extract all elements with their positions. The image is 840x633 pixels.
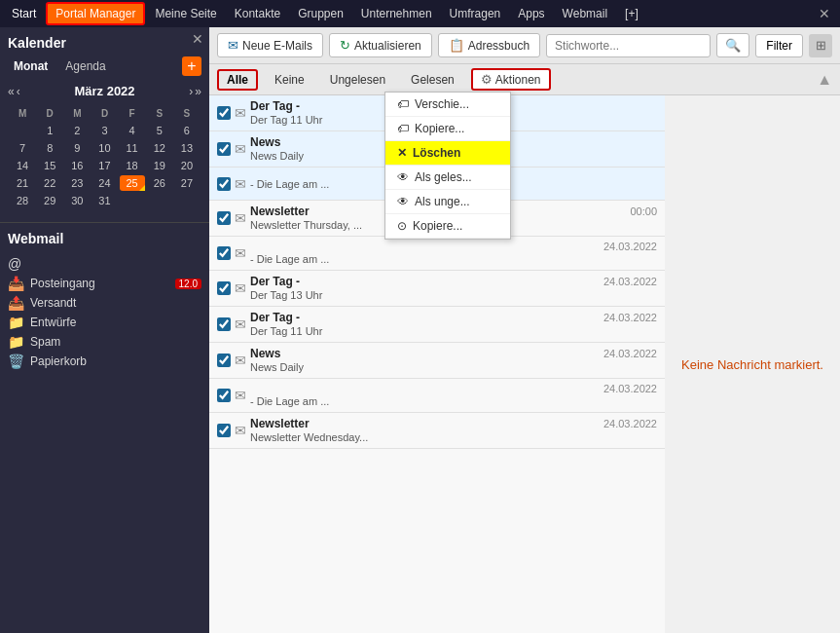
email-checkbox[interactable] [217,211,231,225]
email-subject: Newsletter Thursday, ... [250,219,362,231]
refresh-button[interactable]: ↻ Aktualisieren [329,33,432,57]
cal-day[interactable]: 13 [174,140,200,156]
dropdown-item[interactable]: 🏷 Kopiere... [385,117,510,141]
cal-day[interactable]: 31 [91,193,117,208]
email-checkbox[interactable] [217,281,231,295]
calendar-tabs: Monat Agenda + [8,56,201,76]
cal-day[interactable]: 10 [91,140,117,156]
cal-day[interactable]: 17 [91,158,117,173]
cal-day[interactable]: 28 [10,193,35,208]
cal-prev-prev[interactable]: «‹ [8,85,20,98]
webmail-item[interactable]: 📤 Versandt [8,293,201,313]
sidebar-close-icon[interactable]: ✕ [192,31,203,47]
nav-start[interactable]: Start [4,4,44,23]
cal-next-next[interactable]: ›» [189,85,201,98]
email-checkbox[interactable] [217,424,231,437]
no-message-label: Keine Nachricht markiert. [672,348,833,382]
cal-day[interactable]: 9 [64,140,90,156]
search-button[interactable]: 🔍 [716,33,749,57]
nav-kontakte[interactable]: Kontakte [227,4,288,23]
cal-add-button[interactable]: + [182,56,201,76]
nav-apps[interactable]: Apps [510,4,552,23]
cal-day[interactable]: 19 [147,158,172,173]
cal-weekday: D [91,106,117,121]
nav-unternehmen[interactable]: Unternehmen [353,4,440,23]
cal-day[interactable]: 4 [120,123,145,138]
cal-day[interactable]: 23 [64,175,90,191]
email-checkbox[interactable] [217,246,231,260]
dropdown-item[interactable]: 👁 Als geles... [385,166,510,190]
email-row[interactable]: ✉News24.03.2022News Daily [209,343,665,379]
scroll-up-icon[interactable]: ▲ [817,71,832,89]
cal-day[interactable]: 26 [147,175,172,191]
email-row[interactable]: ✉24.03.2022- Die Lage am ... [209,237,665,271]
email-envelope-icon: ✉ [235,210,246,226]
search-input[interactable] [546,34,711,57]
nav-webmail[interactable]: Webmail [555,4,615,23]
nav-gruppen[interactable]: Gruppen [290,4,351,23]
email-checkbox[interactable] [217,106,231,120]
filter-tab-gelesen[interactable]: Gelesen [402,70,463,90]
email-subject: - Die Lage am ... [250,253,329,265]
email-checkbox[interactable] [217,317,231,331]
email-checkbox[interactable] [217,177,231,191]
cal-day[interactable]: 6 [174,123,200,138]
cal-day[interactable]: 3 [91,123,117,138]
new-email-icon: ✉ [228,38,238,53]
email-row[interactable]: ✉Der Tag -24.03.2022Der Tag 11 Uhr [209,307,665,343]
cal-day[interactable]: 16 [64,158,90,173]
webmail-item[interactable]: 📁 Entwürfe [8,313,201,332]
cal-day[interactable]: 18 [120,158,145,173]
nav-close-icon[interactable]: ✕ [813,6,836,21]
cal-day[interactable]: 14 [10,158,35,173]
nav-meine-seite[interactable]: Meine Seite [147,4,224,23]
cal-tab-agenda[interactable]: Agenda [59,57,111,75]
email-checkbox[interactable] [217,354,231,367]
cal-weekday: D [37,106,62,121]
cal-day[interactable]: 8 [37,140,62,156]
cal-day[interactable]: 21 [10,175,35,191]
dropdown-item[interactable]: ⊙ Kopiere... [385,214,510,239]
cal-day[interactable]: 15 [37,158,62,173]
email-row[interactable]: ✉Der Tag -24.03.2022Der Tag 13 Uhr [209,271,665,307]
webmail-title: Webmail [8,231,201,246]
dropdown-item[interactable]: ✕ Löschen [385,141,510,166]
address-book-button[interactable]: 📋 Adressbuch [438,33,540,57]
email-row[interactable]: ✉Newsletter24.03.2022Newsletter Wednesda… [209,413,665,449]
cal-day[interactable]: 11 [120,140,145,156]
email-row[interactable]: ✉24.03.2022- Die Lage am ... [209,379,665,413]
filter-button[interactable]: Filter [755,34,803,57]
cal-day[interactable]: 7 [10,140,35,156]
email-date: 24.03.2022 [603,241,657,252]
webmail-item[interactable]: 🗑️ Papierkorb [8,352,201,371]
cal-day[interactable]: 22 [37,175,62,191]
cal-weekday: F [120,106,145,121]
new-email-button[interactable]: ✉ Neue E-Mails [217,33,323,57]
cal-day[interactable]: 24 [91,175,117,191]
cal-day[interactable]: 30 [64,193,90,208]
email-sender: Newsletter [250,417,310,430]
cal-day[interactable]: 20 [174,158,200,173]
cal-day[interactable]: 1 [37,123,62,138]
cal-day[interactable]: 12 [147,140,172,156]
cal-day[interactable]: 5 [147,123,172,138]
cal-tab-monat[interactable]: Monat [8,57,54,75]
filter-tab-keine[interactable]: Keine [266,70,313,90]
dropdown-item[interactable]: 👁 Als unge... [385,190,510,214]
webmail-item[interactable]: 📥 Posteingang 12.0 [8,274,201,293]
cal-day[interactable]: 29 [37,193,62,208]
filter-tab-ungelesen[interactable]: Ungelesen [321,70,394,90]
cal-day[interactable]: 27 [174,175,200,191]
email-checkbox[interactable] [217,389,231,402]
cal-day[interactable]: 25 [120,175,145,191]
nav-plus[interactable]: [+] [617,4,646,23]
actions-button[interactable]: ⚙ Aktionen [471,68,551,91]
dropdown-item[interactable]: 🏷 Verschie... [385,93,510,117]
cal-day[interactable]: 2 [64,123,90,138]
nav-umfragen[interactable]: Umfragen [442,4,509,23]
nav-portal-manager[interactable]: Portal Manager [46,2,145,25]
email-checkbox[interactable] [217,142,231,156]
settings-icon[interactable]: ⊞ [809,34,832,57]
webmail-item[interactable]: 📁 Spam [8,332,201,352]
filter-tab-alle[interactable]: Alle [217,69,258,91]
